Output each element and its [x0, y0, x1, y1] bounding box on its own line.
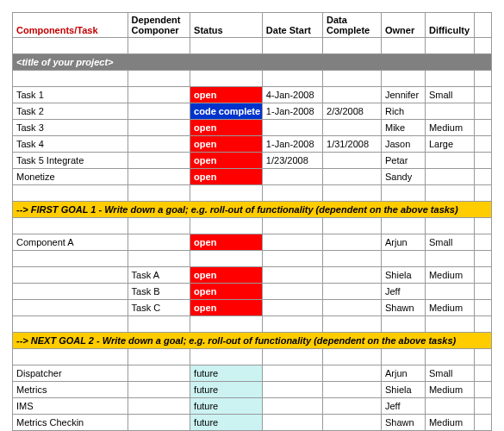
extra-cell[interactable]	[474, 284, 491, 300]
date-complete-cell[interactable]: 2/3/2008	[323, 103, 382, 120]
status-cell[interactable]: future	[190, 415, 263, 431]
dependent-cell[interactable]: Task B	[128, 284, 190, 300]
task-cell[interactable]: Metrics Checkin	[13, 415, 128, 431]
extra-cell[interactable]	[474, 398, 491, 415]
status-cell[interactable]: future	[190, 365, 263, 382]
owner-cell[interactable]: Sandy	[382, 169, 426, 185]
status-cell[interactable]: open	[190, 120, 263, 136]
date-complete-cell[interactable]	[323, 415, 382, 431]
difficulty-cell[interactable]	[425, 153, 474, 169]
date-start-cell[interactable]	[262, 382, 322, 398]
owner-cell[interactable]: Shawn	[382, 415, 426, 431]
extra-cell[interactable]	[474, 267, 491, 284]
status-cell[interactable]: open	[190, 267, 263, 284]
status-cell[interactable]: code complete	[190, 103, 263, 120]
dependent-cell[interactable]	[128, 103, 190, 120]
extra-cell[interactable]	[474, 87, 491, 103]
owner-cell[interactable]: Shiela	[382, 267, 426, 284]
owner-cell[interactable]: Shawn	[382, 300, 426, 316]
date-start-cell[interactable]	[262, 398, 322, 415]
extra-cell[interactable]	[474, 365, 491, 382]
task-cell[interactable]	[13, 300, 128, 316]
difficulty-cell[interactable]	[425, 103, 474, 120]
task-cell[interactable]: Metrics	[13, 382, 128, 398]
difficulty-cell[interactable]	[425, 284, 474, 300]
owner-cell[interactable]: Jeff	[382, 284, 426, 300]
extra-cell[interactable]	[474, 382, 491, 398]
status-cell[interactable]: future	[190, 382, 263, 398]
difficulty-cell[interactable]: Medium	[425, 267, 474, 284]
owner-cell[interactable]: Jennifer	[382, 87, 426, 103]
extra-cell[interactable]	[474, 169, 491, 185]
difficulty-cell[interactable]: Small	[425, 87, 474, 103]
owner-cell[interactable]: Mike	[382, 120, 426, 136]
date-start-cell[interactable]	[262, 365, 322, 382]
difficulty-cell[interactable]: Large	[425, 136, 474, 153]
date-complete-cell[interactable]	[323, 365, 382, 382]
extra-cell[interactable]	[474, 234, 491, 251]
date-start-cell[interactable]: 4-Jan-2008	[262, 87, 322, 103]
task-cell[interactable]: IMS	[13, 398, 128, 415]
dependent-cell[interactable]	[128, 398, 190, 415]
status-cell[interactable]: open	[190, 153, 263, 169]
task-cell[interactable]: Dispatcher	[13, 365, 128, 382]
dependent-cell[interactable]	[128, 153, 190, 169]
extra-cell[interactable]	[474, 120, 491, 136]
dependent-cell[interactable]	[128, 415, 190, 431]
date-complete-cell[interactable]	[323, 87, 382, 103]
task-cell[interactable]: Task 2	[13, 103, 128, 120]
dependent-cell[interactable]: Task C	[128, 300, 190, 316]
owner-cell[interactable]: Jeff	[382, 398, 426, 415]
date-start-cell[interactable]	[262, 169, 322, 185]
task-cell[interactable]: Component A	[13, 234, 128, 251]
date-start-cell[interactable]	[262, 120, 322, 136]
status-cell[interactable]: open	[190, 169, 263, 185]
extra-cell[interactable]	[474, 103, 491, 120]
difficulty-cell[interactable]	[425, 169, 474, 185]
date-complete-cell[interactable]	[323, 169, 382, 185]
difficulty-cell[interactable]: Medium	[425, 300, 474, 316]
date-start-cell[interactable]: 1/23/2008	[262, 153, 322, 169]
date-start-cell[interactable]	[262, 415, 322, 431]
date-start-cell[interactable]: 1-Jan-2008	[262, 103, 322, 120]
status-cell[interactable]: open	[190, 284, 263, 300]
status-cell[interactable]: open	[190, 136, 263, 153]
task-cell[interactable]	[13, 284, 128, 300]
dependent-cell[interactable]: Task A	[128, 267, 190, 284]
difficulty-cell[interactable]: Medium	[425, 415, 474, 431]
dependent-cell[interactable]	[128, 87, 190, 103]
task-cell[interactable]: Task 1	[13, 87, 128, 103]
difficulty-cell[interactable]: Small	[425, 365, 474, 382]
owner-cell[interactable]: Shiela	[382, 382, 426, 398]
date-complete-cell[interactable]	[323, 284, 382, 300]
date-complete-cell[interactable]	[323, 398, 382, 415]
date-start-cell[interactable]	[262, 284, 322, 300]
extra-cell[interactable]	[474, 136, 491, 153]
owner-cell[interactable]: Arjun	[382, 234, 426, 251]
status-cell[interactable]: future	[190, 398, 263, 415]
extra-cell[interactable]	[474, 300, 491, 316]
date-complete-cell[interactable]: 1/31/2008	[323, 136, 382, 153]
difficulty-cell[interactable]: Medium	[425, 382, 474, 398]
owner-cell[interactable]: Jason	[382, 136, 426, 153]
extra-cell[interactable]	[474, 415, 491, 431]
date-start-cell[interactable]	[262, 300, 322, 316]
date-complete-cell[interactable]	[323, 267, 382, 284]
dependent-cell[interactable]	[128, 234, 190, 251]
date-complete-cell[interactable]	[323, 300, 382, 316]
status-cell[interactable]: open	[190, 234, 263, 251]
date-start-cell[interactable]	[262, 267, 322, 284]
task-cell[interactable]: Task 3	[13, 120, 128, 136]
date-complete-cell[interactable]	[323, 234, 382, 251]
difficulty-cell[interactable]: Small	[425, 234, 474, 251]
date-start-cell[interactable]: 1-Jan-2008	[262, 136, 322, 153]
task-cell[interactable]: Task 5 Integrate	[13, 153, 128, 169]
date-complete-cell[interactable]	[323, 382, 382, 398]
dependent-cell[interactable]	[128, 365, 190, 382]
task-cell[interactable]: Task 4	[13, 136, 128, 153]
extra-cell[interactable]	[474, 153, 491, 169]
date-start-cell[interactable]	[262, 234, 322, 251]
date-complete-cell[interactable]	[323, 153, 382, 169]
dependent-cell[interactable]	[128, 120, 190, 136]
difficulty-cell[interactable]: Medium	[425, 120, 474, 136]
